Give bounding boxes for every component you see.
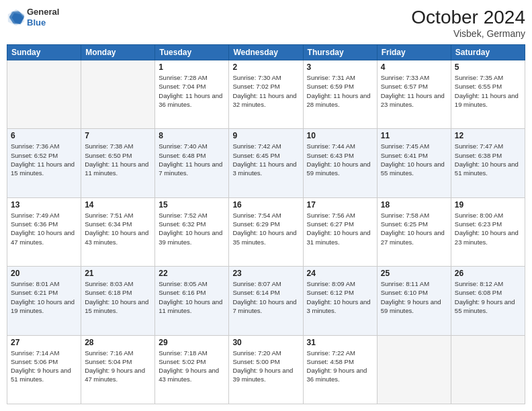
day-number: 22 (159, 269, 225, 278)
cell-details: Sunrise: 7:31 AM Sunset: 6:59 PM Dayligh… (307, 73, 373, 109)
day-number: 9 (232, 131, 299, 140)
cell-details: Sunrise: 8:07 AM Sunset: 6:14 PM Dayligh… (232, 279, 299, 315)
title-block: October 2024 Visbek, Germany (411, 7, 525, 39)
cell-details: Sunrise: 7:52 AM Sunset: 6:32 PM Dayligh… (159, 211, 225, 246)
cell-details: Sunrise: 7:33 AM Sunset: 6:57 PM Dayligh… (381, 73, 447, 109)
cell-details: Sunrise: 8:03 AM Sunset: 6:18 PM Dayligh… (85, 279, 151, 315)
day-number: 14 (85, 200, 151, 210)
cell-details: Sunrise: 7:51 AM Sunset: 6:34 PM Dayligh… (85, 211, 151, 246)
table-row: 10Sunrise: 7:44 AM Sunset: 6:43 PM Dayli… (303, 129, 377, 197)
logo-general: General (27, 7, 59, 17)
day-number: 20 (11, 269, 77, 278)
col-monday: Monday (81, 45, 155, 60)
col-thursday: Thursday (303, 45, 377, 60)
day-number: 5 (455, 62, 521, 72)
calendar-week-row: 20Sunrise: 8:01 AM Sunset: 6:21 PM Dayli… (7, 267, 525, 335)
cell-details: Sunrise: 7:42 AM Sunset: 6:45 PM Dayligh… (232, 142, 299, 177)
cell-details: Sunrise: 8:11 AM Sunset: 6:10 PM Dayligh… (381, 279, 447, 315)
table-row (451, 335, 525, 404)
day-number: 21 (85, 269, 151, 278)
cell-details: Sunrise: 8:12 AM Sunset: 6:08 PM Dayligh… (455, 279, 521, 315)
day-number: 18 (381, 200, 447, 210)
col-sunday: Sunday (7, 45, 81, 60)
table-row: 29Sunrise: 7:18 AM Sunset: 5:02 PM Dayli… (155, 335, 229, 404)
cell-details: Sunrise: 7:20 AM Sunset: 5:00 PM Dayligh… (232, 349, 299, 384)
day-number: 17 (307, 200, 373, 210)
logo-blue: Blue (27, 17, 59, 28)
table-row: 7Sunrise: 7:38 AM Sunset: 6:50 PM Daylig… (81, 129, 155, 197)
table-row: 21Sunrise: 8:03 AM Sunset: 6:18 PM Dayli… (81, 267, 155, 335)
day-number: 13 (11, 200, 77, 210)
table-row: 24Sunrise: 8:09 AM Sunset: 6:12 PM Dayli… (303, 267, 377, 335)
calendar-week-row: 1Sunrise: 7:28 AM Sunset: 7:04 PM Daylig… (7, 60, 525, 129)
table-row: 4Sunrise: 7:33 AM Sunset: 6:57 PM Daylig… (377, 60, 451, 129)
table-row: 6Sunrise: 7:36 AM Sunset: 6:52 PM Daylig… (7, 129, 81, 197)
day-number: 26 (455, 269, 521, 278)
cell-details: Sunrise: 7:58 AM Sunset: 6:25 PM Dayligh… (381, 211, 447, 246)
table-row: 23Sunrise: 8:07 AM Sunset: 6:14 PM Dayli… (229, 267, 303, 335)
day-number: 30 (232, 338, 299, 347)
table-row (81, 60, 155, 129)
month-year: October 2024 (411, 7, 525, 28)
day-number: 8 (159, 131, 225, 140)
cell-details: Sunrise: 7:35 AM Sunset: 6:55 PM Dayligh… (455, 73, 521, 109)
day-number: 23 (232, 269, 299, 278)
col-tuesday: Tuesday (155, 45, 229, 60)
cell-details: Sunrise: 8:00 AM Sunset: 6:23 PM Dayligh… (455, 211, 521, 246)
cell-details: Sunrise: 7:38 AM Sunset: 6:50 PM Dayligh… (85, 142, 151, 177)
cell-details: Sunrise: 7:56 AM Sunset: 6:27 PM Dayligh… (307, 211, 373, 246)
table-row: 25Sunrise: 8:11 AM Sunset: 6:10 PM Dayli… (377, 267, 451, 335)
day-number: 7 (85, 131, 151, 140)
calendar-week-row: 27Sunrise: 7:14 AM Sunset: 5:06 PM Dayli… (7, 335, 525, 404)
table-row: 13Sunrise: 7:49 AM Sunset: 6:36 PM Dayli… (7, 197, 81, 266)
logo-icon (7, 8, 26, 27)
day-number: 4 (381, 62, 447, 72)
day-number: 28 (85, 338, 151, 347)
table-row: 5Sunrise: 7:35 AM Sunset: 6:55 PM Daylig… (451, 60, 525, 129)
table-row: 14Sunrise: 7:51 AM Sunset: 6:34 PM Dayli… (81, 197, 155, 266)
table-row: 1Sunrise: 7:28 AM Sunset: 7:04 PM Daylig… (155, 60, 229, 129)
col-friday: Friday (377, 45, 451, 60)
cell-details: Sunrise: 8:09 AM Sunset: 6:12 PM Dayligh… (307, 279, 373, 315)
table-row: 19Sunrise: 8:00 AM Sunset: 6:23 PM Dayli… (451, 197, 525, 266)
day-number: 12 (455, 131, 521, 140)
cell-details: Sunrise: 7:36 AM Sunset: 6:52 PM Dayligh… (11, 142, 77, 177)
col-wednesday: Wednesday (229, 45, 303, 60)
table-row: 18Sunrise: 7:58 AM Sunset: 6:25 PM Dayli… (377, 197, 451, 266)
day-number: 31 (307, 338, 373, 347)
table-row: 27Sunrise: 7:14 AM Sunset: 5:06 PM Dayli… (7, 335, 81, 404)
logo-text: General Blue (27, 7, 59, 28)
cell-details: Sunrise: 7:40 AM Sunset: 6:48 PM Dayligh… (159, 142, 225, 177)
location: Visbek, Germany (411, 28, 525, 39)
cell-details: Sunrise: 7:30 AM Sunset: 7:02 PM Dayligh… (232, 73, 299, 109)
col-saturday: Saturday (451, 45, 525, 60)
calendar-page: General Blue October 2024 Visbek, German… (0, 0, 532, 411)
table-row: 22Sunrise: 8:05 AM Sunset: 6:16 PM Dayli… (155, 267, 229, 335)
table-row: 31Sunrise: 7:22 AM Sunset: 4:58 PM Dayli… (303, 335, 377, 404)
table-row: 3Sunrise: 7:31 AM Sunset: 6:59 PM Daylig… (303, 60, 377, 129)
logo: General Blue (7, 7, 59, 28)
cell-details: Sunrise: 8:05 AM Sunset: 6:16 PM Dayligh… (159, 279, 225, 315)
table-row: 28Sunrise: 7:16 AM Sunset: 5:04 PM Dayli… (81, 335, 155, 404)
day-number: 11 (381, 131, 447, 140)
table-row: 26Sunrise: 8:12 AM Sunset: 6:08 PM Dayli… (451, 267, 525, 335)
table-row (7, 60, 81, 129)
day-number: 10 (307, 131, 373, 140)
cell-details: Sunrise: 7:14 AM Sunset: 5:06 PM Dayligh… (11, 349, 77, 384)
header: General Blue October 2024 Visbek, German… (7, 7, 525, 39)
table-row: 17Sunrise: 7:56 AM Sunset: 6:27 PM Dayli… (303, 197, 377, 266)
calendar-week-row: 13Sunrise: 7:49 AM Sunset: 6:36 PM Dayli… (7, 197, 525, 266)
day-number: 19 (455, 200, 521, 210)
day-number: 24 (307, 269, 373, 278)
table-row: 15Sunrise: 7:52 AM Sunset: 6:32 PM Dayli… (155, 197, 229, 266)
day-number: 27 (11, 338, 77, 347)
day-number: 16 (232, 200, 299, 210)
day-number: 15 (159, 200, 225, 210)
table-row: 2Sunrise: 7:30 AM Sunset: 7:02 PM Daylig… (229, 60, 303, 129)
cell-details: Sunrise: 7:49 AM Sunset: 6:36 PM Dayligh… (11, 211, 77, 246)
day-number: 2 (232, 62, 299, 72)
cell-details: Sunrise: 7:28 AM Sunset: 7:04 PM Dayligh… (159, 73, 225, 109)
cell-details: Sunrise: 7:54 AM Sunset: 6:29 PM Dayligh… (232, 211, 299, 246)
day-number: 1 (159, 62, 225, 72)
cell-details: Sunrise: 7:16 AM Sunset: 5:04 PM Dayligh… (85, 349, 151, 384)
